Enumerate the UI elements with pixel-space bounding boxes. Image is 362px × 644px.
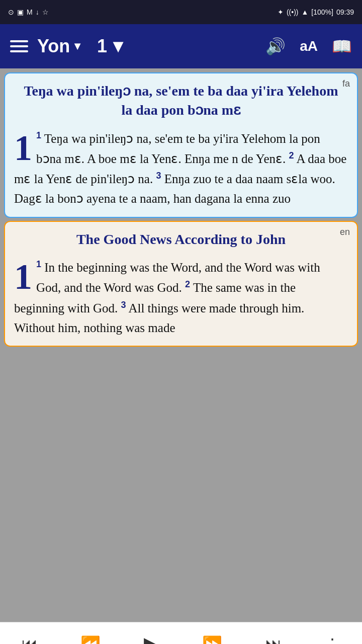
navbar-right: 🔊 aA 📖 [265, 37, 352, 56]
frafra-panel: fa Teŋa wa pin'ileŋɔ na, se'em te ba daa… [4, 72, 358, 218]
status-icon-notification: ☆ [42, 8, 49, 16]
content-area: fa Teŋa wa pin'ileŋɔ na, se'em te ba daa… [0, 68, 362, 622]
signal-icon: ▲ [302, 8, 309, 16]
font-size-icon[interactable]: aA [300, 38, 318, 54]
en-verse-num-2: 2 [185, 279, 190, 289]
fa-verse-1: Teŋa wa pin'ileŋɔ na, se'em te ba yi'ira… [36, 132, 320, 166]
en-chapter-num: 1 [14, 259, 32, 295]
battery-icon: [100%] [311, 8, 333, 16]
en-verse-num-3: 3 [121, 300, 126, 310]
status-icon-download: ↓ [36, 8, 39, 16]
skip-back-button[interactable]: ⏮ [22, 635, 38, 644]
book-dropdown-arrow: ▼ [72, 40, 83, 53]
hamburger-line-2 [10, 45, 28, 47]
fa-verse-num-3: 3 [156, 171, 161, 181]
fa-verse-num-2: 2 [289, 150, 294, 160]
bottom-bar: ⏮ ⏪ ▶ ⏩ ⏭ ⋮ [0, 622, 362, 644]
forward-button[interactable]: ⏩ [202, 635, 222, 645]
status-icon-mail: M [27, 8, 33, 16]
play-button[interactable]: ▶ [144, 632, 159, 644]
navbar: Yon ▼ 1 ▼ 🔊 aA 📖 [0, 24, 362, 68]
fa-lang-badge: fa [342, 78, 350, 89]
skip-forward-button[interactable]: ⏭ [265, 635, 282, 644]
wifi-icon: ((•)) [287, 8, 299, 16]
status-icon-gallery: ▣ [17, 8, 24, 16]
sound-icon[interactable]: 🔊 [265, 37, 286, 56]
fa-chapter-num: 1 [14, 130, 32, 166]
en-body: 1 1 In the beginning was the Word, and t… [14, 258, 348, 338]
en-verse-num-1: 1 [36, 259, 41, 269]
en-title: The Good News According to John [14, 230, 348, 249]
chapter-number: 1 [97, 36, 107, 57]
book-selector[interactable]: Yon ▼ [37, 36, 83, 57]
more-options-button[interactable]: ⋮ [324, 635, 340, 645]
status-right-icons: ✦ ((•)) ▲ [100%] 09:39 [278, 8, 354, 16]
english-panel: en The Good News According to John 1 1 I… [4, 221, 358, 347]
time-display: 09:39 [336, 8, 354, 16]
fa-body: 1 1 Teŋa wa pin'ileŋɔ na, se'em te ba yi… [14, 129, 348, 209]
status-bar: ⊙ ▣ M ↓ ☆ ✦ ((•)) ▲ [100%] 09:39 [0, 0, 362, 24]
hamburger-menu[interactable] [10, 40, 28, 52]
book-icon[interactable]: 📖 [332, 37, 352, 56]
rewind-button[interactable]: ⏪ [80, 635, 101, 645]
chapter-dropdown-arrow: ▼ [109, 36, 127, 57]
en-lang-badge: en [340, 227, 350, 237]
hamburger-line-3 [10, 50, 28, 52]
status-icon-app: ⊙ [8, 8, 14, 16]
book-name: Yon [37, 36, 70, 57]
fa-title: Teŋa wa pin'ileŋɔ na, se'em te ba daa yi… [14, 82, 348, 120]
fa-verse-num-1: 1 [36, 130, 41, 140]
status-left-icons: ⊙ ▣ M ↓ ☆ [8, 8, 49, 16]
navbar-left: Yon ▼ 1 ▼ [10, 36, 127, 57]
bluetooth-icon: ✦ [278, 8, 284, 16]
chapter-selector[interactable]: 1 ▼ [97, 36, 127, 57]
hamburger-line-1 [10, 40, 28, 42]
